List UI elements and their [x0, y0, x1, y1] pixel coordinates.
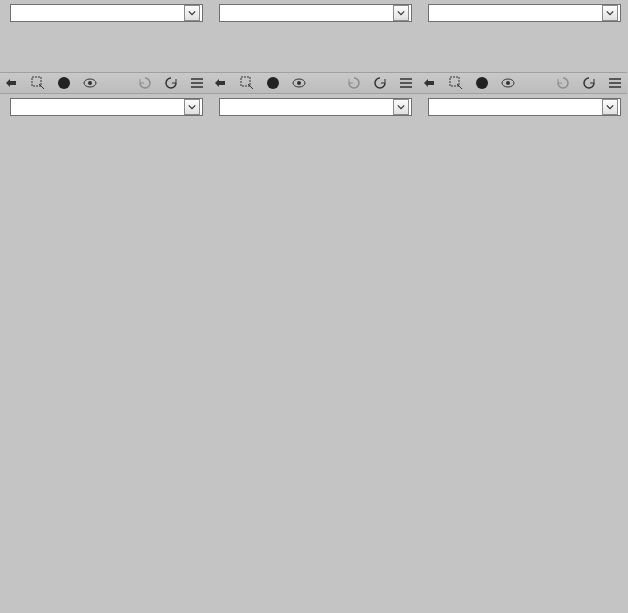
hand-icon[interactable] [213, 75, 229, 91]
eye-icon[interactable] [291, 75, 307, 91]
reset-icon[interactable] [163, 75, 179, 91]
svg-point-3 [88, 81, 92, 85]
hand-icon[interactable] [422, 75, 438, 91]
menu-icon[interactable] [398, 75, 414, 91]
select-icon[interactable] [239, 75, 255, 91]
svg-point-5 [267, 77, 279, 89]
preset-dropdown[interactable] [428, 98, 621, 116]
chevron-down-icon [393, 5, 409, 21]
reset-icon[interactable] [581, 75, 597, 91]
reset-icon[interactable] [372, 75, 388, 91]
eye-icon[interactable] [500, 75, 516, 91]
mask-on-icon[interactable] [56, 75, 72, 91]
chevron-down-icon [393, 99, 409, 115]
chevron-down-icon [184, 5, 200, 21]
prev-state-icon[interactable] [346, 75, 362, 91]
layer-icon-strip [418, 72, 627, 94]
prev-state-icon[interactable] [137, 75, 153, 91]
preset-dropdown[interactable] [219, 4, 412, 22]
preset-row-top [0, 0, 628, 26]
mask-on-icon[interactable] [474, 75, 490, 91]
select-icon[interactable] [30, 75, 46, 91]
svg-point-1 [58, 77, 70, 89]
preset-dropdown[interactable] [428, 4, 621, 22]
layer-icon-strip [209, 72, 418, 94]
menu-icon[interactable] [189, 75, 205, 91]
preset-dropdown[interactable] [10, 98, 203, 116]
menu-icon[interactable] [607, 75, 623, 91]
preset-dropdown[interactable] [10, 4, 203, 22]
mask-on-icon[interactable] [265, 75, 281, 91]
chevron-down-icon [602, 5, 618, 21]
eye-icon[interactable] [82, 75, 98, 91]
svg-point-7 [297, 81, 301, 85]
svg-point-9 [476, 77, 488, 89]
chevron-down-icon [184, 99, 200, 115]
hand-icon[interactable] [4, 75, 20, 91]
icon-preset-row [0, 72, 628, 120]
prev-state-icon[interactable] [555, 75, 571, 91]
svg-point-11 [506, 81, 510, 85]
layer-icon-strip [0, 72, 209, 94]
preset-dropdown[interactable] [219, 98, 412, 116]
chevron-down-icon [602, 99, 618, 115]
select-icon[interactable] [448, 75, 464, 91]
